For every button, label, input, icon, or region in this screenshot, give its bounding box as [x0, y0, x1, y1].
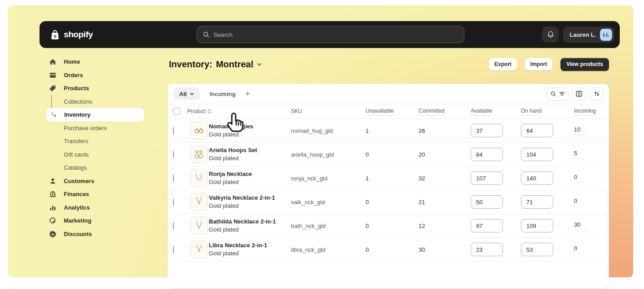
- column-header-on-hand: On hand: [521, 108, 574, 115]
- available-input[interactable]: [471, 171, 503, 185]
- column-header-available: Available: [471, 108, 521, 115]
- incoming-value[interactable]: 10: [574, 126, 587, 135]
- incoming-value[interactable]: 0: [574, 245, 584, 254]
- sidebar-item-catalogs[interactable]: Catalogs: [46, 161, 144, 175]
- column-header-product[interactable]: Product: [187, 108, 212, 114]
- column-header-unavailable: Unavailable: [366, 108, 419, 115]
- unavailable-value: 0: [366, 246, 419, 253]
- product-name-link[interactable]: Bathilda Necklace 2-in-1: [209, 218, 291, 226]
- user-menu[interactable]: Lauren L. LL: [563, 26, 614, 43]
- chevron-down-icon: [190, 92, 194, 96]
- on-hand-input[interactable]: [521, 148, 553, 161]
- column-header-committed: Committed: [419, 108, 471, 115]
- search-input[interactable]: Search: [197, 26, 464, 43]
- tab-all[interactable]: All: [174, 88, 200, 100]
- incoming-value[interactable]: 30: [574, 221, 587, 230]
- tab-incoming[interactable]: Incoming: [210, 91, 236, 97]
- columns-icon: [576, 91, 582, 97]
- sidebar-item-inventory[interactable]: Inventory: [46, 108, 144, 122]
- sidebar-item-transfers[interactable]: Transfers: [46, 135, 144, 148]
- sidebar-item-discounts[interactable]: % Discounts: [46, 228, 144, 241]
- row-checkbox[interactable]: [173, 151, 174, 158]
- sidebar-item-orders[interactable]: Orders: [46, 69, 144, 82]
- import-button[interactable]: Import: [525, 58, 552, 70]
- row-checkbox[interactable]: [173, 175, 174, 182]
- product-name-link[interactable]: Ronja Necklace: [209, 170, 291, 178]
- shopify-logo: S shopify: [49, 29, 93, 40]
- customers-icon: [49, 177, 57, 185]
- product-variant: Gold plated: [209, 154, 291, 162]
- search-icon: [203, 31, 210, 38]
- row-checkbox[interactable]: [173, 127, 174, 135]
- available-input[interactable]: [471, 243, 503, 256]
- on-hand-input[interactable]: [521, 243, 553, 256]
- incoming-value[interactable]: 0: [574, 174, 584, 183]
- sku-value: nomad_hug_gld: [291, 127, 366, 134]
- add-view-button[interactable]: +: [245, 89, 250, 98]
- sidebar-item-analytics[interactable]: Analytics: [46, 201, 144, 215]
- incoming-value[interactable]: 0: [574, 197, 584, 206]
- sort-button[interactable]: [590, 88, 604, 101]
- sidebar-item-products[interactable]: Products: [46, 82, 144, 95]
- product-variant: Gold plated: [209, 202, 291, 210]
- header-actions: Export Import View products: [489, 58, 609, 71]
- sidebar-item-gift-cards[interactable]: Gift cards: [46, 148, 144, 162]
- filter-icon: [559, 91, 565, 96]
- sidebar-item-collections[interactable]: Collections: [46, 95, 144, 109]
- row-checkbox[interactable]: [173, 198, 174, 206]
- table-actions: [547, 88, 604, 101]
- necklace-icon: [191, 242, 207, 257]
- page-title-label: Inventory:: [169, 59, 212, 70]
- available-input[interactable]: [471, 219, 503, 232]
- sidebar-item-purchase-orders[interactable]: Purchase orders: [46, 122, 144, 135]
- view-tabs-row: All Incoming +: [168, 84, 609, 104]
- edit-columns-button[interactable]: [572, 88, 586, 101]
- table-row: Nomad Huggies Gold plated nomad_hug_gld …: [168, 119, 609, 143]
- marketing-icon: [49, 217, 57, 224]
- shopify-wordmark: shopify: [64, 30, 93, 39]
- product-name-link[interactable]: Nomad Huggies: [209, 123, 291, 131]
- available-input[interactable]: [471, 124, 503, 137]
- on-hand-input[interactable]: [521, 195, 553, 209]
- sidebar-item-marketing[interactable]: Marketing: [46, 214, 144, 228]
- table-header-row: Product SKU Unavailable Committed Availa…: [168, 104, 609, 119]
- location-selector[interactable]: Montreal: [216, 59, 262, 70]
- table-row: Libra Necklace 2-in-1 Gold plated libra_…: [168, 238, 609, 262]
- page-background: S shopify Search Lau: [0, 0, 644, 289]
- on-hand-input[interactable]: [521, 171, 553, 185]
- incoming-value[interactable]: 5: [574, 150, 584, 159]
- product-name-link[interactable]: Libra Necklace 2-in-1: [209, 241, 291, 250]
- on-hand-input[interactable]: [521, 124, 553, 137]
- unavailable-value: 0: [366, 151, 419, 158]
- gradient-backdrop: S shopify Search Lau: [8, 5, 633, 277]
- orders-icon: [49, 71, 57, 79]
- bell-icon: [547, 31, 555, 39]
- product-name-link[interactable]: Valkyria Necklace 2-in-1: [209, 194, 291, 202]
- select-all-checkbox[interactable]: [173, 108, 180, 115]
- huggies-earrings-icon: [191, 123, 207, 138]
- committed-value: 30: [419, 246, 471, 253]
- available-input[interactable]: [471, 148, 503, 161]
- committed-value: 12: [419, 223, 471, 229]
- location-name: Montreal: [216, 59, 253, 70]
- row-checkbox[interactable]: [173, 246, 174, 254]
- discounts-icon: %: [49, 230, 57, 238]
- available-input[interactable]: [471, 195, 503, 209]
- unavailable-value: 0: [366, 199, 419, 206]
- export-button[interactable]: Export: [489, 58, 517, 70]
- row-checkbox[interactable]: [173, 222, 174, 230]
- product-thumbnail: [190, 193, 208, 211]
- product-thumbnail: [190, 241, 208, 258]
- sidebar-item-finances[interactable]: Finances: [46, 188, 144, 201]
- product-name-link[interactable]: Ariella Hoops Set: [209, 146, 291, 154]
- topbar: S shopify Search Lau: [40, 21, 620, 48]
- view-products-button[interactable]: View products: [560, 58, 609, 71]
- svg-text:S: S: [53, 33, 57, 38]
- sidebar-item-customers[interactable]: Customers: [46, 175, 144, 188]
- search-filter-button[interactable]: [547, 88, 569, 101]
- home-icon: [49, 58, 57, 66]
- sidebar-nav: Home Orders Products Collections: [46, 55, 144, 241]
- sidebar-item-home[interactable]: Home: [46, 55, 144, 69]
- on-hand-input[interactable]: [521, 219, 553, 232]
- notifications-button[interactable]: [542, 26, 559, 43]
